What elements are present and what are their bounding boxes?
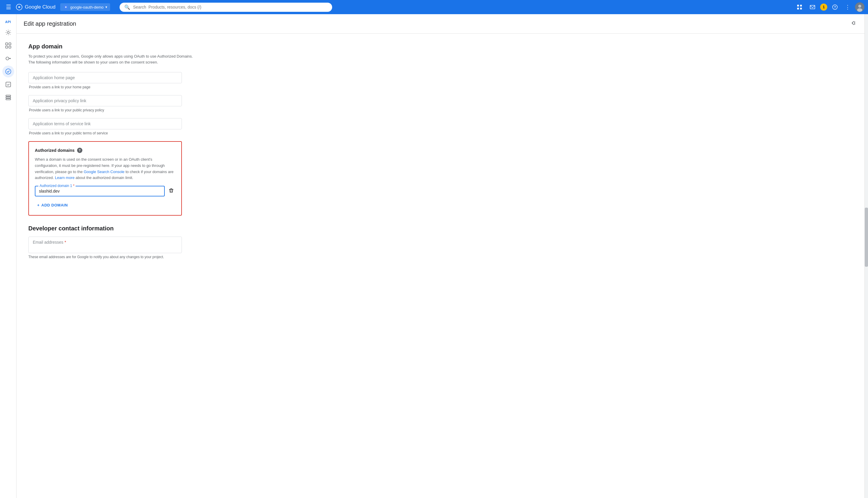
svg-point-12 xyxy=(7,31,9,34)
app-domain-title: App domain xyxy=(28,43,853,50)
add-domain-plus: + xyxy=(37,203,40,207)
sidebar-item-config[interactable] xyxy=(2,92,14,103)
sidebar: API xyxy=(0,14,16,498)
privacy-policy-input-wrapper xyxy=(28,95,182,106)
svg-rect-19 xyxy=(6,95,11,96)
authorized-domains-description: When a domain is used on the consent scr… xyxy=(35,157,175,181)
authorized-domain-input[interactable] xyxy=(39,189,161,194)
collapse-sidebar-button[interactable] xyxy=(849,19,857,29)
svg-rect-15 xyxy=(5,46,8,48)
authorized-domains-header: Authorized domains ? xyxy=(35,148,175,153)
learn-more-link[interactable]: Learn more xyxy=(55,175,75,180)
domain-required-star: * xyxy=(73,184,75,188)
sidebar-item-settings[interactable] xyxy=(2,27,14,38)
svg-rect-3 xyxy=(800,5,802,6)
google-cloud-logo: Google Cloud xyxy=(16,4,55,10)
app-domain-description: To protect you and your users, Google on… xyxy=(28,53,194,65)
domain-input-box: Authorized domain 1 * xyxy=(35,186,165,196)
form-content: App domain To protect you and your users… xyxy=(16,34,865,498)
topbar-logo-text: Google Cloud xyxy=(25,4,55,10)
privacy-policy-hint: Provide users a link to your public priv… xyxy=(28,108,182,112)
domain-label-text: Authorized domain 1 xyxy=(40,184,72,188)
sidebar-item-keys[interactable] xyxy=(2,53,14,64)
svg-rect-20 xyxy=(6,97,11,98)
developer-contact-section: Developer contact information Email addr… xyxy=(28,225,853,259)
main-layout: API Edit app registration xyxy=(0,14,868,498)
email-icon[interactable] xyxy=(807,2,818,12)
authorized-domains-help-icon[interactable]: ? xyxy=(77,148,82,153)
page-title: Edit app registration xyxy=(24,21,76,27)
svg-point-10 xyxy=(858,5,861,8)
email-label-text: Email addresses xyxy=(33,240,64,245)
user-avatar[interactable] xyxy=(855,2,865,12)
svg-point-11 xyxy=(857,8,863,12)
sidebar-item-credentials[interactable] xyxy=(2,40,14,51)
search-bar: 🔍 xyxy=(120,3,332,12)
svg-rect-2 xyxy=(797,5,799,6)
app-domain-section: App domain To protect you and your users… xyxy=(28,43,853,135)
svg-point-17 xyxy=(6,57,9,60)
email-hint: These email addresses are for Google to … xyxy=(28,255,182,259)
google-cloud-logo-icon xyxy=(16,4,23,10)
svg-text:?: ? xyxy=(834,5,836,9)
email-input[interactable] xyxy=(33,245,177,250)
topbar-right-actions: 1 ? ⋮ xyxy=(794,1,865,13)
add-domain-label: ADD DOMAIN xyxy=(41,203,68,207)
terms-of-service-input-wrapper xyxy=(28,118,182,129)
add-domain-button[interactable]: + ADD DOMAIN xyxy=(35,201,70,209)
svg-rect-5 xyxy=(800,8,802,10)
domain-input-container: Authorized domain 1 * xyxy=(35,186,175,196)
svg-rect-4 xyxy=(797,8,799,10)
domain-field-wrapper: Authorized domain 1 * xyxy=(35,186,175,196)
search-input[interactable] xyxy=(133,5,328,10)
email-label: Email addresses * xyxy=(33,240,66,245)
content-area: Edit app registration App domain To prot… xyxy=(16,14,865,498)
project-selector[interactable]: google-oauth-demo ▾ xyxy=(60,3,110,11)
svg-rect-13 xyxy=(5,43,8,45)
sidebar-api-label: API xyxy=(5,16,11,26)
scrollbar-thumb[interactable] xyxy=(865,208,868,267)
terms-of-service-field: Provide users a link to your public term… xyxy=(28,118,182,135)
email-input-wrapper: Email addresses * xyxy=(28,237,182,253)
more-options-icon[interactable]: ⋮ xyxy=(843,1,853,13)
terms-of-service-input[interactable] xyxy=(33,121,177,126)
svg-rect-18 xyxy=(6,82,11,87)
privacy-policy-field: Provide users a link to your public priv… xyxy=(28,95,182,112)
svg-rect-16 xyxy=(9,46,11,48)
sidebar-item-check[interactable] xyxy=(2,79,14,90)
scrollbar-track[interactable] xyxy=(865,14,868,498)
home-page-input[interactable] xyxy=(33,75,177,80)
svg-rect-6 xyxy=(810,5,815,9)
apps-icon[interactable] xyxy=(794,2,805,12)
privacy-policy-input[interactable] xyxy=(33,99,177,103)
home-page-input-wrapper xyxy=(28,72,182,83)
topbar: ☰ Google Cloud google-oauth-demo ▾ 🔍 1 ?… xyxy=(0,0,868,14)
terms-of-service-hint: Provide users a link to your public term… xyxy=(28,131,182,135)
svg-rect-22 xyxy=(854,21,855,25)
search-icon: 🔍 xyxy=(124,4,130,10)
project-dropdown-icon: ▾ xyxy=(105,5,107,9)
sidebar-item-oauth[interactable] xyxy=(2,66,14,77)
email-required-star: * xyxy=(64,240,66,245)
google-search-console-link[interactable]: Google Search Console xyxy=(84,170,124,174)
auth-desc-text3: about the authorized domain limit. xyxy=(75,175,133,180)
page-header: Edit app registration xyxy=(16,14,865,34)
notification-badge[interactable]: 1 xyxy=(820,3,827,11)
developer-contact-title: Developer contact information xyxy=(28,225,853,232)
home-page-field: Provide users a link to your home page xyxy=(28,72,182,89)
domain-input-label: Authorized domain 1 * xyxy=(38,184,76,188)
svg-rect-21 xyxy=(6,99,11,100)
menu-icon[interactable]: ☰ xyxy=(3,1,14,13)
authorized-domains-section: Authorized domains ? When a domain is us… xyxy=(28,141,182,215)
project-name: google-oauth-demo xyxy=(70,5,104,10)
svg-rect-14 xyxy=(9,43,11,45)
delete-domain-icon[interactable] xyxy=(167,186,175,196)
authorized-domains-title: Authorized domains xyxy=(35,148,75,153)
help-icon[interactable]: ? xyxy=(830,2,840,12)
home-page-hint: Provide users a link to your home page xyxy=(28,85,182,89)
project-icon xyxy=(63,4,68,10)
